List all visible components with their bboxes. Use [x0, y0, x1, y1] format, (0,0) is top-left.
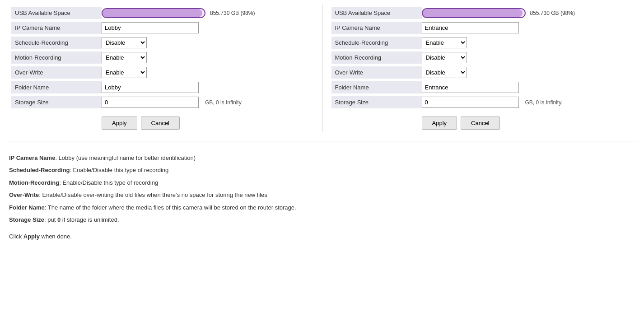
ip-camera-name-label-1: IP Camera Name: [11, 22, 102, 34]
storage-size-input-1[interactable]: [102, 97, 199, 108]
motion-recording-row-2: Motion-Recording Disable Enable: [331, 51, 633, 64]
help-storage-size-text: : put: [44, 216, 57, 223]
storage-size-row-2: Storage Size GB, 0 is Infinity.: [331, 96, 633, 108]
motion-recording-label-1: Motion-Recording: [11, 51, 102, 64]
help-ip-camera-name: IP Camera Name: Lobby (use meaningful na…: [9, 153, 635, 163]
schedule-recording-label-2: Schedule-Recording: [331, 37, 422, 49]
usb-row-1: USB Available Space 855.730 GB (98%): [11, 7, 313, 19]
apply-button-2[interactable]: Apply: [422, 117, 457, 130]
over-write-row-2: Over-Write Disable Enable: [331, 66, 633, 79]
motion-recording-select-2[interactable]: Disable Enable: [422, 52, 467, 63]
ip-camera-name-label-2: IP Camera Name: [331, 22, 422, 34]
folder-name-row-1: Folder Name: [11, 81, 313, 93]
over-write-label-1: Over-Write: [11, 66, 102, 79]
motion-recording-control-2: Disable Enable: [422, 52, 467, 63]
help-storage-size: Storage Size: put 0 if storage is unlimi…: [9, 214, 635, 225]
over-write-control-1: Enable Disable: [102, 67, 147, 78]
usb-progress-bar-1: [102, 8, 205, 18]
schedule-recording-select-2[interactable]: Enable Disable: [422, 37, 467, 48]
usb-progress-bar-2: [422, 8, 526, 18]
schedule-recording-select-1[interactable]: Disable Enable: [102, 37, 147, 48]
help-storage-size-end: if storage is unlimited.: [61, 216, 119, 223]
apply-button-1[interactable]: Apply: [102, 117, 137, 130]
help-scheduled-recording-label: Scheduled-Recording: [9, 167, 70, 173]
cancel-button-2[interactable]: Cancel: [461, 117, 499, 130]
ip-camera-name-row-1: IP Camera Name: [11, 22, 313, 34]
click-note-prefix: Click: [9, 233, 23, 240]
help-folder-name-text: : The name of the folder where the media…: [45, 204, 296, 211]
help-over-write-label: Over-Write: [9, 191, 39, 198]
storage-size-row-1: Storage Size GB, 0 is Infinity.: [11, 96, 313, 108]
over-write-select-1[interactable]: Enable Disable: [102, 67, 147, 78]
help-scheduled-recording: Scheduled-Recording: Enable/Disable this…: [9, 165, 635, 175]
storage-size-label-2: Storage Size: [331, 96, 422, 108]
usb-size-text-2: 855.730 GB (98%): [530, 10, 575, 16]
help-over-write-text: : Enable/Disable over-writing the old fi…: [39, 191, 267, 198]
section-divider: [7, 141, 637, 141]
storage-size-hint-1: GB, 0 is Infinity.: [205, 99, 243, 106]
help-motion-recording-text: : Enable/Disable this type of recording: [59, 179, 158, 186]
storage-size-control-1: GB, 0 is Infinity.: [102, 97, 243, 108]
over-write-control-2: Disable Enable: [422, 67, 467, 78]
help-ip-camera-name-label: IP Camera Name: [9, 154, 55, 161]
click-note-suffix: when done.: [40, 233, 72, 240]
motion-recording-control-1: Enable Disable: [102, 52, 147, 63]
camera2-panel: USB Available Space 855.730 GB (98%) IP …: [322, 5, 638, 132]
folder-name-control-1: [102, 82, 199, 93]
folder-name-input-1[interactable]: [102, 82, 199, 93]
help-folder-name: Folder Name: The name of the folder wher…: [9, 202, 635, 213]
folder-name-control-2: [422, 82, 519, 93]
cancel-button-1[interactable]: Cancel: [141, 117, 180, 130]
help-over-write: Over-Write: Enable/Disable over-writing …: [9, 190, 635, 200]
schedule-recording-control-1: Disable Enable: [102, 37, 147, 48]
usb-label-2: USB Available Space: [331, 7, 422, 19]
ip-camera-name-control-1: [102, 22, 199, 33]
ip-camera-name-control-2: [422, 22, 519, 33]
help-scheduled-recording-text: : Enable/Disable this type of recording: [70, 167, 168, 173]
schedule-recording-control-2: Enable Disable: [422, 37, 467, 48]
motion-recording-row-1: Motion-Recording Enable Disable: [11, 51, 313, 64]
schedule-recording-row-2: Schedule-Recording Enable Disable: [331, 37, 633, 49]
motion-recording-select-1[interactable]: Enable Disable: [102, 52, 147, 63]
storage-size-control-2: GB, 0 is Infinity.: [422, 97, 563, 108]
folder-name-label-1: Folder Name: [11, 81, 102, 93]
folder-name-label-2: Folder Name: [331, 81, 422, 93]
click-note: Click Apply when done.: [9, 231, 635, 242]
usb-progress-fill-1: [103, 9, 202, 17]
over-write-row-1: Over-Write Enable Disable: [11, 66, 313, 79]
usb-bar-container-1: 855.730 GB (98%): [102, 8, 255, 18]
usb-label-1: USB Available Space: [11, 7, 102, 19]
help-motion-recording-label: Motion-Recording: [9, 179, 59, 186]
over-write-select-2[interactable]: Disable Enable: [422, 67, 467, 78]
ip-camera-name-input-1[interactable]: [102, 22, 199, 33]
help-ip-camera-name-text: : Lobby (use meaningful name for better …: [55, 154, 196, 161]
camera1-panel: USB Available Space 855.730 GB (98%) IP …: [7, 5, 322, 132]
storage-size-hint-2: GB, 0 is Infinity.: [525, 99, 563, 106]
usb-bar-container-2: 855.730 GB (98%): [422, 8, 575, 18]
usb-progress-fill-2: [423, 9, 523, 17]
storage-size-label-1: Storage Size: [11, 96, 102, 108]
over-write-label-2: Over-Write: [331, 66, 422, 79]
schedule-recording-label-1: Schedule-Recording: [11, 37, 102, 49]
cameras-container: USB Available Space 855.730 GB (98%) IP …: [7, 5, 637, 132]
folder-name-row-2: Folder Name: [331, 81, 633, 93]
usb-size-text-1: 855.730 GB (98%): [210, 10, 255, 16]
storage-size-input-2[interactable]: [422, 97, 519, 108]
help-folder-name-label: Folder Name: [9, 204, 45, 211]
help-section: IP Camera Name: Lobby (use meaningful na…: [7, 150, 637, 244]
click-note-apply: Apply: [23, 233, 40, 240]
buttons-row-1: Apply Cancel: [11, 117, 313, 130]
ip-camera-name-input-2[interactable]: [422, 22, 519, 33]
buttons-row-2: Apply Cancel: [331, 117, 633, 130]
folder-name-input-2[interactable]: [422, 82, 519, 93]
ip-camera-name-row-2: IP Camera Name: [331, 22, 633, 34]
help-motion-recording: Motion-Recording: Enable/Disable this ty…: [9, 177, 635, 188]
help-storage-size-label: Storage Size: [9, 216, 44, 223]
usb-row-2: USB Available Space 855.730 GB (98%): [331, 7, 633, 19]
motion-recording-label-2: Motion-Recording: [331, 51, 422, 64]
schedule-recording-row-1: Schedule-Recording Disable Enable: [11, 37, 313, 49]
